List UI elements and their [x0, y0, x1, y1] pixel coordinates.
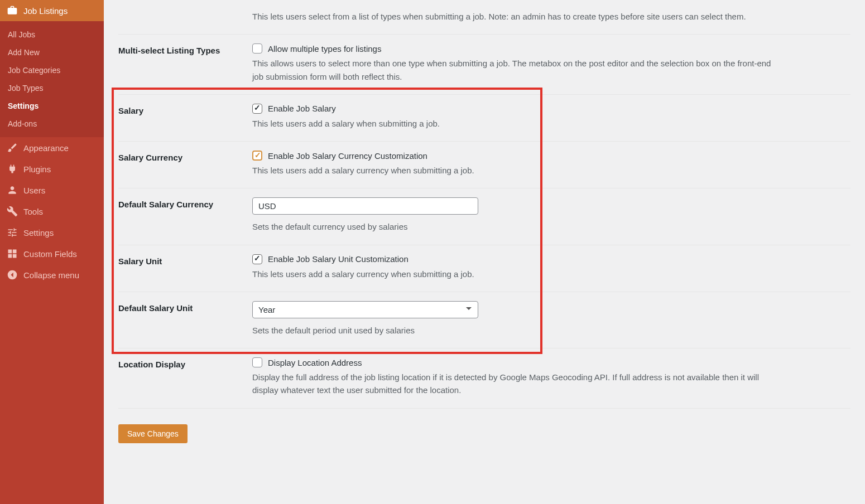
checkbox-location-display[interactable] — [252, 357, 262, 367]
plug-icon — [7, 163, 18, 175]
checkbox-label-salary-currency: Enable Job Salary Currency Customization — [268, 151, 427, 161]
submenu-job-listings: All Jobs Add New Job Categories Job Type… — [0, 21, 104, 137]
sidebar-item-label: Users — [23, 186, 45, 195]
row-default-currency: Default Salary Currency Sets the default… — [118, 188, 850, 245]
desc-location-display: Display the full address of the job list… — [252, 371, 771, 397]
sidebar-item-label: Custom Fields — [23, 249, 77, 259]
paintbrush-icon — [7, 142, 18, 153]
label-default-unit: Default Salary Unit — [118, 292, 252, 348]
briefcase-icon — [7, 5, 18, 16]
sidebar-item-label: Settings — [23, 228, 54, 238]
checkbox-label-salary-unit: Enable Job Salary Unit Customization — [268, 254, 409, 264]
submenu-job-types[interactable]: Job Types — [0, 79, 104, 97]
sidebar-item-label: Appearance — [23, 143, 69, 153]
label-salary: Salary — [118, 94, 252, 141]
admin-sidebar: Job Listings All Jobs Add New Job Catego… — [0, 0, 104, 504]
label-salary-unit: Salary Unit — [118, 245, 252, 292]
row-multi-select: Multi-select Listing Types Allow multipl… — [118, 35, 850, 95]
checkbox-label-location-display: Display Location Address — [268, 358, 362, 367]
user-icon — [7, 185, 18, 196]
row-default-unit: Default Salary Unit Year Sets the defaul… — [118, 292, 850, 348]
submenu-settings[interactable]: Settings — [0, 97, 104, 115]
desc-multi-select: This allows users to select more than on… — [252, 57, 771, 83]
grid-icon — [7, 248, 18, 259]
input-default-currency[interactable] — [252, 197, 478, 215]
sidebar-item-settings[interactable]: Settings — [0, 222, 104, 243]
label-default-currency: Default Salary Currency — [118, 188, 252, 245]
desc-salary-unit: This lets users add a salary currency wh… — [252, 268, 771, 280]
submenu-add-new[interactable]: Add New — [0, 43, 104, 61]
row-listing-types-desc: This lets users select from a list of ty… — [118, 0, 850, 35]
sidebar-item-label: Plugins — [23, 164, 51, 174]
listing-types-desc: This lets users select from a list of ty… — [252, 10, 771, 23]
sidebar-item-label: Tools — [23, 207, 43, 216]
row-location-display: Location Display Display Location Addres… — [118, 348, 850, 409]
checkbox-label-salary: Enable Job Salary — [268, 104, 336, 113]
row-salary-currency: Salary Currency Enable Job Salary Curren… — [118, 142, 850, 188]
submenu-all-jobs[interactable]: All Jobs — [0, 26, 104, 43]
sidebar-item-custom-fields[interactable]: Custom Fields — [0, 243, 104, 264]
row-salary: Salary Enable Job Salary This lets users… — [118, 94, 850, 141]
checkbox-salary[interactable] — [252, 104, 262, 114]
select-default-unit[interactable]: Year — [252, 301, 478, 318]
settings-table: This lets users select from a list of ty… — [118, 0, 850, 409]
row-salary-unit: Salary Unit Enable Job Salary Unit Custo… — [118, 245, 850, 292]
label-salary-currency: Salary Currency — [118, 142, 252, 188]
wrench-icon — [7, 206, 18, 217]
sidebar-item-tools[interactable]: Tools — [0, 201, 104, 222]
submenu-addons[interactable]: Add-ons — [0, 115, 104, 133]
checkbox-label-multi-select: Allow multiple types for listings — [268, 44, 381, 54]
sliders-icon — [7, 227, 18, 238]
collapse-icon — [7, 269, 18, 280]
sidebar-item-appearance[interactable]: Appearance — [0, 137, 104, 158]
sidebar-item-plugins[interactable]: Plugins — [0, 158, 104, 180]
save-changes-button[interactable]: Save Changes — [118, 424, 188, 443]
desc-salary-currency: This lets users add a salary currency wh… — [252, 164, 771, 177]
submenu-job-categories[interactable]: Job Categories — [0, 61, 104, 79]
sidebar-item-label: Collapse menu — [23, 270, 79, 280]
label-location-display: Location Display — [118, 348, 252, 409]
desc-default-currency: Sets the default currency used by salari… — [252, 220, 771, 233]
checkbox-salary-currency[interactable] — [252, 151, 262, 161]
desc-salary: This lets users add a salary when submit… — [252, 117, 771, 130]
label-multi-select: Multi-select Listing Types — [118, 35, 252, 95]
sidebar-item-job-listings[interactable]: Job Listings — [0, 0, 104, 21]
sidebar-item-label: Job Listings — [23, 6, 68, 16]
desc-default-unit: Sets the default period unit used by sal… — [252, 324, 771, 337]
sidebar-item-users[interactable]: Users — [0, 180, 104, 201]
checkbox-multi-select[interactable] — [252, 43, 262, 54]
sidebar-item-collapse[interactable]: Collapse menu — [0, 264, 104, 285]
checkbox-salary-unit[interactable] — [252, 254, 262, 264]
settings-content: This lets users select from a list of ty… — [104, 0, 865, 504]
